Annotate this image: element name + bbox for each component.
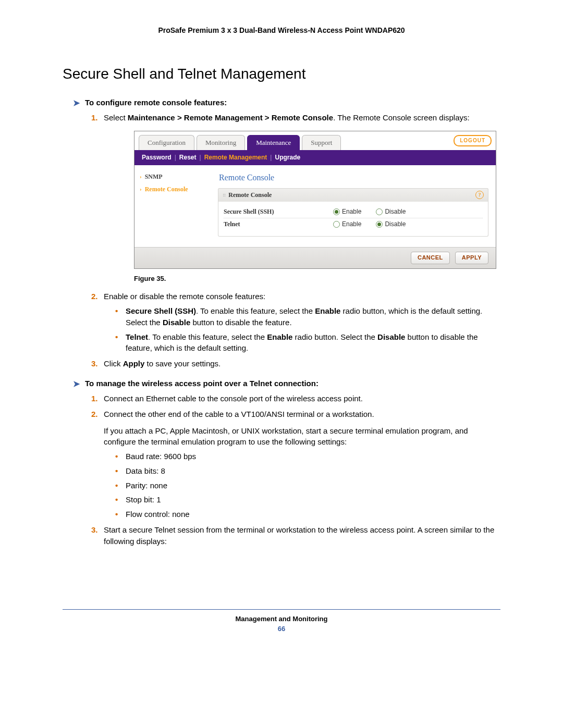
tab-maintenance[interactable]: Maintenance: [247, 135, 300, 150]
text-bold: Disable: [377, 332, 405, 341]
tab-monitoring[interactable]: Monitoring: [197, 135, 245, 150]
ui-screenshot: Configuration Monitoring Maintenance Sup…: [134, 131, 496, 269]
proc2-step1: 1. Connect an Ethernet cable to the cons…: [91, 393, 500, 404]
step-number: 1.: [91, 112, 98, 124]
radio-label: Enable: [342, 207, 361, 216]
text: . To enable this feature, select the: [148, 332, 267, 341]
subtab-upgrade[interactable]: Upgrade: [275, 153, 300, 162]
arrow-icon: ➤: [73, 98, 80, 108]
radio-group-telnet: Enable Disable: [333, 220, 406, 229]
text-bold: Telnet: [126, 332, 148, 341]
radio-dot-icon: [376, 221, 383, 228]
radio-dot-icon: [333, 208, 340, 215]
grip-icon: ::: [223, 191, 225, 199]
figure-caption: Figure 35.: [134, 274, 500, 284]
subtab-password[interactable]: Password: [142, 153, 172, 162]
footer-page-number: 66: [63, 625, 500, 633]
radio-dot-icon: [333, 221, 340, 228]
sidebar-item-label: SNMP: [145, 172, 163, 181]
separator: |: [270, 153, 272, 162]
text: Enable or disable the remote console fea…: [104, 292, 265, 301]
proc2-heading-text: To manage the wireless access point over…: [85, 379, 319, 388]
radio-dot-icon: [376, 208, 383, 215]
separator: |: [175, 153, 176, 162]
cancel-button[interactable]: CANCEL: [411, 252, 450, 264]
ui-body: › SNMP › Remote Console Remote Console :…: [134, 165, 496, 246]
text: radio button. Select the: [292, 332, 377, 341]
radio-label: Disable: [385, 220, 406, 229]
arrow-icon: ➤: [73, 379, 80, 389]
terminal-settings: Baud rate: 9600 bps Data bits: 8 Parity:…: [115, 451, 500, 520]
panel-bar-label: Remote Console: [228, 191, 272, 200]
radio-label: Enable: [342, 220, 361, 229]
doc-header: ProSafe Premium 3 x 3 Dual-Band Wireless…: [63, 26, 500, 34]
proc2-step2-cont: If you attach a PC, Apple Macintosh, or …: [104, 425, 500, 448]
proc2-heading: ➤ To manage the wireless access point ov…: [73, 379, 500, 389]
sidebar-item-remote-console[interactable]: › Remote Console: [140, 185, 207, 194]
apply-button[interactable]: APPLY: [455, 252, 488, 264]
proc1-steps: 1. Select Maintenance > Remote Managemen…: [91, 112, 500, 369]
chevron-right-icon: ›: [140, 172, 142, 181]
option-row-ssh: Secure Shell (SSH) Enable Disable: [224, 206, 483, 218]
setting-item: Parity: none: [115, 480, 500, 491]
setting-item: Stop bit: 1: [115, 494, 500, 505]
bullet-ssh: Secure Shell (SSH). To enable this featu…: [115, 305, 500, 328]
text-bold: Apply: [123, 359, 145, 368]
option-label: Secure Shell (SSH): [224, 207, 333, 216]
tab-support[interactable]: Support: [302, 135, 341, 150]
text: Connect the other end of the cable to a …: [104, 410, 374, 418]
text-bold: Secure Shell (SSH): [126, 306, 196, 315]
text: . To enable this feature, select the: [196, 306, 315, 315]
section-title: Secure Shell and Telnet Management: [63, 66, 500, 82]
setting-item: Data bits: 8: [115, 465, 500, 477]
proc1-step2: 2. Enable or disable the remote console …: [91, 291, 500, 354]
tab-configuration[interactable]: Configuration: [139, 135, 194, 150]
ui-sub-tabs: Password | Reset | Remote Management | U…: [134, 150, 496, 165]
text-bold: Enable: [315, 306, 340, 315]
ui-main-tabs: Configuration Monitoring Maintenance Sup…: [134, 131, 496, 150]
radio-ssh-enable[interactable]: Enable: [333, 207, 361, 216]
step-number: 2.: [91, 409, 98, 420]
subtab-remote-management[interactable]: Remote Management: [204, 153, 267, 162]
text: Click: [104, 359, 123, 368]
step-number: 3.: [91, 524, 98, 536]
text-bold: Enable: [267, 332, 292, 341]
help-icon[interactable]: ?: [475, 191, 484, 199]
radio-group-ssh: Enable Disable: [333, 207, 406, 216]
text: Start a secure Telnet session from the t…: [104, 525, 494, 546]
ui-footer: CANCEL APPLY: [134, 247, 496, 268]
text: button to disable the feature.: [190, 318, 291, 327]
radio-label: Disable: [385, 207, 406, 216]
subtab-reset[interactable]: Reset: [179, 153, 197, 162]
panel-bar: :: Remote Console ?: [218, 188, 488, 202]
step-number: 2.: [91, 291, 98, 302]
proc1-heading: ➤ To configure remote console features:: [73, 98, 500, 108]
sidebar-item-label: Remote Console: [145, 185, 188, 194]
page-footer: Management and Monitoring 66: [63, 609, 500, 633]
proc1-step3: 3. Click Apply to save your settings.: [91, 358, 500, 369]
ui-main-panel: Remote Console :: Remote Console ? Secur…: [213, 165, 496, 246]
text: . The Remote Console screen displays:: [333, 113, 470, 122]
step-number: 3.: [91, 358, 98, 369]
text: Select: [104, 113, 128, 122]
ui-sidebar: › SNMP › Remote Console: [134, 165, 213, 246]
radio-telnet-disable[interactable]: Disable: [376, 220, 406, 229]
panel-title: Remote Console: [219, 171, 488, 183]
proc2-step2: 2. Connect the other end of the cable to…: [91, 409, 500, 520]
text-bold: Maintenance > Remote Management > Remote…: [128, 113, 333, 122]
text: to save your settings.: [144, 359, 221, 368]
logout-button[interactable]: LOGOUT: [454, 135, 492, 147]
footer-section: Management and Monitoring: [63, 615, 500, 623]
option-row-telnet: Telnet Enable Disable: [224, 218, 483, 230]
separator: |: [200, 153, 201, 162]
proc1-heading-text: To configure remote console features:: [85, 98, 227, 107]
radio-ssh-disable[interactable]: Disable: [376, 207, 406, 216]
radio-telnet-enable[interactable]: Enable: [333, 220, 361, 229]
sidebar-item-snmp[interactable]: › SNMP: [140, 172, 207, 181]
text-bold: Disable: [163, 318, 190, 327]
step-number: 1.: [91, 393, 98, 404]
option-label: Telnet: [224, 220, 333, 229]
text: Connect an Ethernet cable to the console…: [104, 394, 363, 403]
proc1-step2-bullets: Secure Shell (SSH). To enable this featu…: [115, 305, 500, 354]
chevron-right-icon: ›: [140, 185, 142, 194]
